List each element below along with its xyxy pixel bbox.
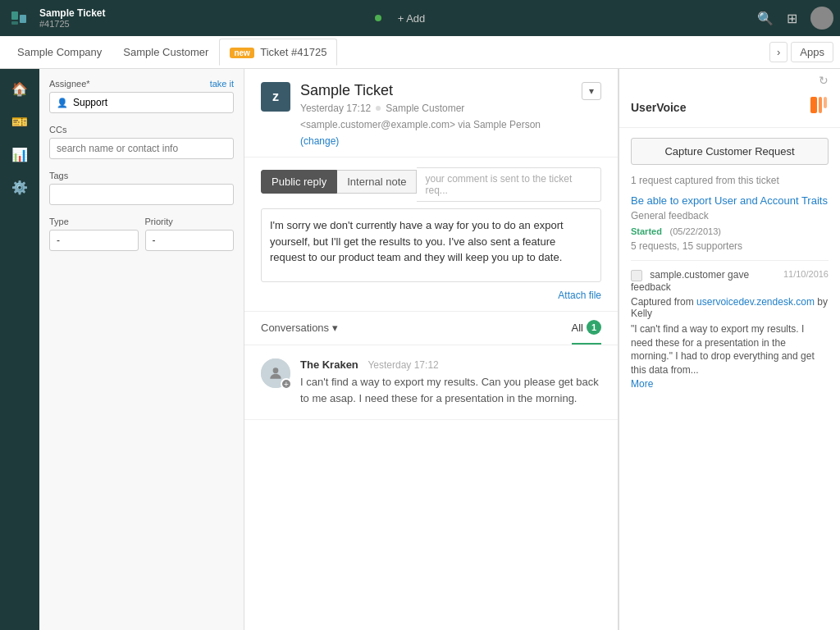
feedback-text: "I can't find a way to export my results… — [631, 322, 829, 377]
left-panel: Assignee* take it 👤 CCs Tags Type - — [39, 69, 244, 630]
refresh-icon[interactable]: ↻ — [819, 74, 829, 87]
reply-tabs: Public reply Internal note — [261, 170, 417, 194]
ticket-id-bar: #41725 — [39, 19, 365, 29]
svg-rect-1 — [20, 15, 26, 23]
breadcrumb-ticket[interactable]: new Ticket #41725 — [219, 39, 337, 66]
svg-rect-0 — [11, 11, 18, 20]
sidebar-item-settings[interactable]: ⚙️ — [7, 174, 33, 200]
feedback-source: sample.customer gave feedback — [631, 269, 783, 293]
feedback-item: sample.customer gave feedback 11/10/2016… — [631, 260, 829, 390]
conversations-chevron: ▾ — [332, 322, 338, 334]
uservoice-icon — [809, 95, 829, 119]
request-title-link[interactable]: Be able to export User and Account Trait… — [631, 194, 829, 207]
table-row: + The Kraken Yesterday 17:12 I can't fin… — [244, 345, 618, 420]
filter-all-label: All — [572, 322, 583, 334]
new-badge: new — [230, 48, 253, 58]
reply-area: Public reply Internal note your comment … — [244, 158, 618, 312]
message-text: I can't find a way to export my results.… — [300, 374, 601, 406]
feedback-checkbox[interactable] — [631, 270, 642, 281]
svg-rect-6 — [824, 97, 827, 108]
apps-button[interactable]: Apps — [791, 42, 833, 62]
uservoice-panel-title: UserVoice — [631, 101, 686, 114]
tab-internal-note[interactable]: Internal note — [337, 170, 417, 194]
svg-rect-5 — [819, 97, 822, 113]
conv-filter: All 1 — [572, 312, 601, 345]
ticket-title-bar: Sample Ticket — [39, 7, 365, 19]
ticket-info: Sample Ticket #41725 — [39, 7, 365, 29]
tab-conversations[interactable]: Conversations ▾ — [261, 313, 338, 344]
svg-rect-2 — [11, 21, 18, 25]
ticket-change-link[interactable]: (change) — [300, 135, 339, 147]
tags-input[interactable] — [49, 184, 234, 205]
assignee-input[interactable] — [73, 93, 226, 112]
priority-field-group: Priority - — [145, 217, 235, 251]
type-field-group: Type - — [49, 217, 139, 251]
right-panel-header: UserVoice — [619, 87, 840, 128]
feedback-captured-prefix: Captured from — [631, 296, 694, 308]
assignee-label: Assignee* take it — [49, 79, 234, 89]
right-panel: ↻ UserVoice Capture Customer Request 1 r… — [619, 69, 840, 630]
feedback-date: 11/10/2016 — [783, 269, 829, 293]
meta-dot — [376, 106, 381, 111]
capture-request-button[interactable]: Capture Customer Request — [631, 138, 829, 165]
status-dot — [375, 15, 381, 21]
ticket-avatar-letter: z — [272, 89, 279, 104]
tags-label: Tags — [49, 171, 234, 180]
add-button[interactable]: + Add — [391, 9, 432, 28]
svg-point-3 — [273, 368, 279, 373]
feedback-source-text: sample.customer gave feedback — [631, 269, 749, 293]
attach-file-link[interactable]: Attach file — [558, 290, 601, 301]
breadcrumb-nav-arrow[interactable]: › — [769, 42, 788, 62]
top-bar: Sample Ticket #41725 + Add 🔍 ⊞ — [0, 0, 840, 36]
assignee-field-group: Assignee* take it 👤 — [49, 79, 234, 113]
right-panel-body: Capture Customer Request 1 request captu… — [619, 128, 840, 630]
conversations-bar: Conversations ▾ All 1 — [244, 312, 618, 345]
take-it-link[interactable]: take it — [210, 79, 234, 89]
ticket-meta: Yesterday 17:12 Sample Customer <sample.… — [300, 103, 572, 147]
assignee-icon: 👤 — [57, 98, 68, 108]
type-priority-row: Type - Priority - — [49, 217, 234, 262]
grid-icon[interactable]: ⊞ — [787, 11, 797, 26]
priority-label: Priority — [145, 217, 235, 226]
ticket-main-title: Sample Ticket — [300, 82, 572, 99]
assignee-input-wrapper: 👤 — [49, 92, 234, 113]
request-status: Started — [631, 226, 662, 236]
sidebar-item-tickets[interactable]: 🎫 — [7, 108, 33, 135]
ticket-sender: Sample Customer — [386, 103, 464, 114]
reply-placeholder[interactable]: your comment is sent to the ticket req..… — [417, 167, 601, 202]
logo[interactable] — [7, 5, 33, 31]
search-icon[interactable]: 🔍 — [757, 11, 774, 26]
ticket-email: <sample.customer@example.com> via Sample… — [300, 119, 541, 130]
ticket-dropdown-btn[interactable]: ▾ — [582, 82, 601, 100]
request-status-date: (05/22/2013) — [670, 226, 721, 236]
breadcrumb-nav: › Apps — [769, 42, 833, 62]
ticket-header-info: Sample Ticket Yesterday 17:12 Sample Cus… — [300, 82, 572, 147]
center-panel: z Sample Ticket Yesterday 17:12 Sample C… — [244, 69, 619, 630]
filter-all-badge: 1 — [587, 320, 601, 335]
priority-select[interactable]: - — [145, 230, 235, 251]
reply-box[interactable]: I'm sorry we don't currently have a way … — [261, 208, 601, 282]
breadcrumb-company[interactable]: Sample Company — [7, 39, 112, 66]
sidebar-item-home[interactable]: 🏠 — [7, 75, 33, 102]
breadcrumb-customer[interactable]: Sample Customer — [112, 39, 219, 66]
messages-area: + The Kraken Yesterday 17:12 I can't fin… — [244, 345, 618, 630]
ccs-input[interactable] — [49, 138, 234, 159]
message-content: The Kraken Yesterday 17:12 I can't find … — [300, 358, 601, 406]
main-layout: 🏠 🎫 📊 ⚙️ Assignee* take it 👤 CCs Tags — [0, 69, 840, 630]
filter-all[interactable]: All 1 — [572, 312, 601, 345]
tab-public-reply[interactable]: Public reply — [261, 170, 337, 194]
ccs-field-group: CCs — [49, 125, 234, 159]
type-label: Type — [49, 217, 139, 226]
conversations-tab-label: Conversations — [261, 322, 329, 334]
top-bar-icons: 🔍 ⊞ — [757, 7, 833, 30]
left-sidebar: 🏠 🎫 📊 ⚙️ — [0, 69, 39, 630]
feedback-url-link[interactable]: uservoicedev.zendesk.com — [696, 296, 815, 308]
sidebar-item-reports[interactable]: 📊 — [7, 141, 33, 167]
avatar-plus-icon: + — [281, 378, 292, 390]
feedback-more-link[interactable]: More — [631, 378, 653, 390]
type-select[interactable]: - — [49, 230, 139, 251]
avatar[interactable] — [810, 7, 833, 30]
feedback-meta: sample.customer gave feedback 11/10/2016 — [631, 269, 829, 293]
breadcrumb-ticket-label: Ticket #41725 — [260, 46, 326, 58]
request-count: 1 request captured from this ticket — [631, 175, 829, 186]
